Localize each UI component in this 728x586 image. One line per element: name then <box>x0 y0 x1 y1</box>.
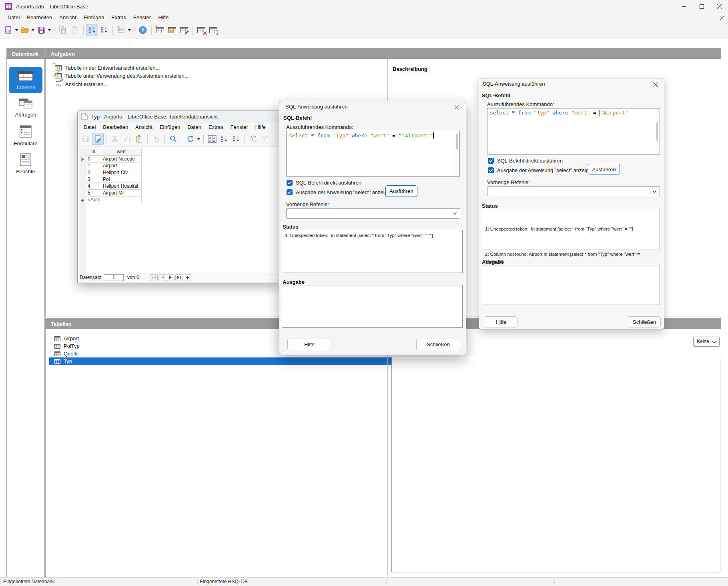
undo-icon[interactable] <box>150 133 162 145</box>
cell-wert[interactable]: Heliport Hospital <box>101 183 142 190</box>
menu-bearbeiten[interactable]: Bearbeiten <box>99 123 132 131</box>
menu-einfuegen[interactable]: Einfügen <box>80 13 108 22</box>
direct-sql-checkbox[interactable]: SQL-Befehl direkt ausführen <box>488 158 563 164</box>
sort-icon[interactable]: AZZA <box>206 133 218 145</box>
sort-ascending-icon[interactable]: AZ <box>86 24 98 36</box>
menu-datei[interactable]: Datei <box>4 13 23 22</box>
preview-style-select[interactable]: Keine <box>693 337 720 347</box>
refresh-dropdown-icon[interactable] <box>197 133 201 145</box>
sidebar-item-berichte[interactable]: Berichte <box>9 153 42 175</box>
show-output-checkbox[interactable]: Ausgabe der Anweisung "select" anzeigen <box>287 189 393 195</box>
previous-record-button[interactable] <box>158 274 166 281</box>
menu-hilfe[interactable]: Hilfe <box>252 123 269 131</box>
help-button[interactable]: Hilfe <box>287 339 331 350</box>
menu-hilfe[interactable]: Hilfe <box>154 13 172 22</box>
last-record-button[interactable] <box>175 274 183 281</box>
execute-button[interactable]: Ausführen <box>588 164 620 175</box>
new-row-wert-cell[interactable] <box>101 197 142 203</box>
record-number-input[interactable]: 1 <box>104 274 124 281</box>
form-wizard-icon[interactable] <box>115 24 127 36</box>
delete-table-icon[interactable] <box>195 24 207 36</box>
execute-button[interactable]: Ausführen <box>385 185 417 197</box>
cut-icon[interactable] <box>109 133 121 145</box>
cell-id[interactable]: 1 <box>86 163 101 169</box>
table-item-poltyp[interactable]: PolTyp <box>54 342 80 350</box>
cell-id[interactable]: 5 <box>86 190 101 197</box>
help-icon[interactable]: ? <box>137 24 149 36</box>
menu-datei[interactable]: Datei <box>80 123 99 131</box>
next-record-button[interactable] <box>167 274 174 281</box>
sidebar-item-formulare[interactable]: Formulare <box>9 125 42 146</box>
cell-id[interactable]: 2 <box>86 169 101 176</box>
sql-command-input[interactable]: select * from "Typ" where "wert" = "Airp… <box>487 108 660 155</box>
sort-ascending-icon[interactable]: AZ <box>218 133 230 145</box>
save-record-icon[interactable] <box>80 133 92 145</box>
maximize-button[interactable] <box>693 0 710 13</box>
close-icon[interactable] <box>650 80 662 88</box>
cell-id[interactable]: 0 <box>86 156 101 163</box>
save-icon[interactable] <box>35 24 47 36</box>
sort-descending-icon[interactable]: ZA <box>230 133 242 145</box>
cell-wert[interactable]: Airport Mil <box>101 190 142 197</box>
close-icon[interactable] <box>451 103 463 111</box>
task-create-view[interactable]: Ansicht erstellen... <box>54 80 108 88</box>
cell-wert[interactable]: Heliport Civ <box>101 169 142 176</box>
paste-icon[interactable] <box>133 133 145 145</box>
help-button[interactable]: Hilfe <box>485 316 517 327</box>
table-item-quelle[interactable]: Quelle <box>54 350 79 357</box>
column-header-wert[interactable]: wert <box>101 148 142 156</box>
new-row-marker[interactable]: + <box>79 197 86 203</box>
copy-icon[interactable] <box>57 24 69 36</box>
new-database-icon[interactable] <box>2 24 14 36</box>
close-dialog-button[interactable]: Schließen <box>416 339 460 350</box>
menu-ansicht[interactable]: Ansicht <box>132 123 156 131</box>
column-header-id[interactable]: id <box>86 148 101 156</box>
cell-wert[interactable]: Airport <box>101 163 142 169</box>
close-dialog-button[interactable]: Schließen <box>628 316 661 327</box>
new-record-button[interactable] <box>184 274 191 281</box>
previous-commands-select[interactable] <box>286 208 460 219</box>
menu-extras[interactable]: Extras <box>205 123 227 131</box>
cell-wert[interactable]: Airport Nocode <box>101 156 142 163</box>
autofilter-icon[interactable] <box>247 133 259 145</box>
table-item-typ-selected[interactable]: Typ <box>49 357 392 365</box>
copy-icon[interactable] <box>121 133 133 145</box>
menu-bearbeiten[interactable]: Bearbeiten <box>23 13 56 22</box>
menu-einfuegen[interactable]: Einfügen <box>156 123 184 131</box>
sidebar-item-tabellen[interactable]: Tabellen <box>9 67 42 93</box>
menu-extras[interactable]: Extras <box>108 13 130 22</box>
scrollbar[interactable] <box>655 109 659 154</box>
open-icon[interactable] <box>19 24 31 36</box>
sql-command-input[interactable]: select * from "Typ" where "wert" = ""Air… <box>286 131 460 177</box>
cell-id[interactable]: 3 <box>86 176 101 183</box>
save-dropdown-icon[interactable] <box>47 24 52 36</box>
minimize-button[interactable] <box>675 0 693 13</box>
new-table-design-icon[interactable] <box>154 24 166 36</box>
sidebar-item-abfragen[interactable]: Abfragen <box>9 97 42 118</box>
edit-data-icon[interactable] <box>92 133 104 145</box>
find-record-icon[interactable] <box>167 133 179 145</box>
direct-sql-checkbox[interactable]: SQL-Befehl direkt ausführen <box>287 180 361 186</box>
close-document-icon[interactable] <box>718 14 726 21</box>
sort-descending-icon[interactable]: ZA <box>98 24 110 36</box>
table-item-airport[interactable]: Airport <box>54 335 79 342</box>
show-output-checkbox[interactable]: Ausgabe der Anweisung "select" anzeigen <box>488 167 594 173</box>
form-wizard-dropdown-icon[interactable] <box>127 24 132 36</box>
paste-icon[interactable] <box>69 24 81 36</box>
menu-daten[interactable]: Daten <box>184 123 205 131</box>
close-button[interactable] <box>710 0 728 13</box>
standard-filter-icon[interactable] <box>259 133 271 145</box>
open-dropdown-icon[interactable] <box>31 24 35 36</box>
new-dropdown-icon[interactable] <box>14 24 19 36</box>
menu-fenster[interactable]: Fenster <box>130 13 154 22</box>
cell-wert[interactable]: Pol <box>101 176 142 183</box>
new-row-id-cell[interactable]: <Auto <box>86 197 101 203</box>
table-window-titlebar[interactable]: Typ - Airports – LibreOffice Base: Tabel… <box>78 110 281 123</box>
task-create-table-wizard[interactable]: Tabelle unter Verwendung des Assistenten… <box>54 72 189 80</box>
edit-table-icon[interactable] <box>178 24 190 36</box>
scrollbar[interactable] <box>455 132 459 176</box>
previous-commands-select[interactable] <box>487 186 660 196</box>
menu-fenster[interactable]: Fenster <box>227 123 252 131</box>
refresh-icon[interactable] <box>185 133 197 145</box>
rename-table-icon[interactable] <box>207 24 219 36</box>
